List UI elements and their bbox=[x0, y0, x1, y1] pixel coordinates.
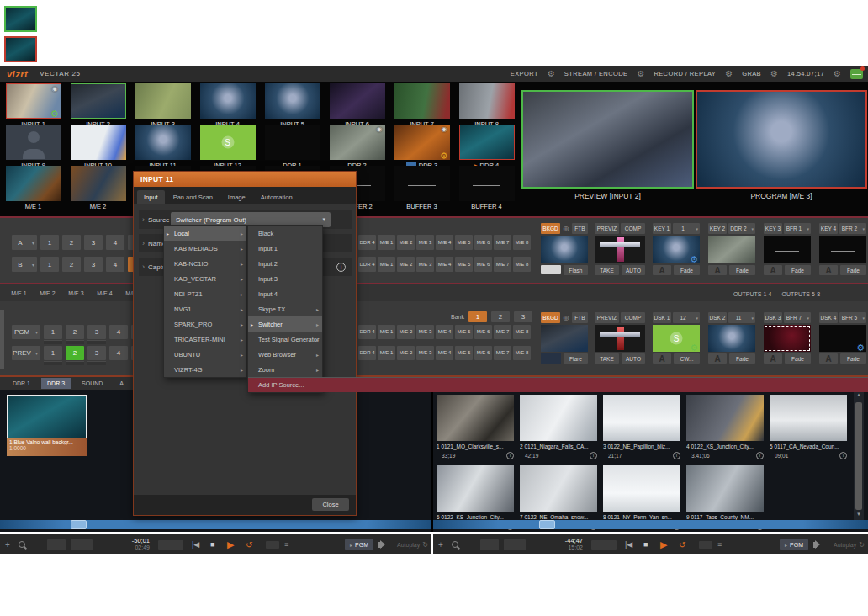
source-button[interactable]: M/E 1 bbox=[378, 257, 395, 272]
record-settings-gear-icon[interactable]: ⚙ bbox=[725, 70, 733, 78]
dsk-button[interactable]: DSK 1 bbox=[653, 312, 671, 323]
source-button[interactable]: M/E 1 bbox=[378, 346, 395, 360]
stop-button[interactable]: ■ bbox=[643, 534, 648, 555]
source-button[interactable]: 3 bbox=[84, 257, 103, 272]
pgm-output-button[interactable]: ▸PGM bbox=[345, 539, 373, 550]
dsk-transition-button[interactable]: CW... bbox=[674, 353, 700, 364]
autoplay-toggle[interactable]: Autoplay↻ bbox=[397, 534, 428, 555]
key-transition-button[interactable]: Fade bbox=[785, 265, 811, 275]
source-monitor[interactable]: INPUT 8 bbox=[454, 83, 519, 129]
me-tab[interactable]: M/E 3 bbox=[64, 288, 88, 298]
source-monitor[interactable]: INPUT 9 bbox=[1, 125, 66, 170]
dsk-source-dropdown[interactable]: 11 bbox=[728, 312, 755, 323]
source-button[interactable]: M/E 2 bbox=[397, 257, 415, 272]
disabled-button[interactable] bbox=[504, 539, 526, 550]
record-replay-menu[interactable]: RECORD / REPLAY bbox=[654, 70, 716, 77]
key-source-dropdown[interactable]: 1 bbox=[673, 223, 700, 234]
dsk-button[interactable]: DSK 3 bbox=[764, 312, 782, 323]
key-preset-button[interactable]: A bbox=[653, 265, 671, 275]
source-monitor[interactable]: M/E 2 bbox=[66, 166, 130, 211]
disabled-button[interactable] bbox=[480, 539, 499, 550]
source-monitor[interactable]: INPUT 6 bbox=[325, 83, 389, 129]
source-button[interactable]: M/E 5 bbox=[455, 346, 473, 360]
stream-settings-gear-icon[interactable]: ⚙ bbox=[637, 70, 644, 78]
row-b-source-dropdown[interactable]: B bbox=[12, 257, 37, 272]
play-button[interactable]: ▶ bbox=[660, 534, 667, 555]
eye-icon[interactable]: ◎ bbox=[562, 312, 570, 323]
disabled-button[interactable] bbox=[47, 539, 66, 550]
loop-button[interactable]: ↺ bbox=[246, 534, 252, 555]
menu-item[interactable]: Input 4 bbox=[248, 286, 322, 301]
speaker-icon[interactable] bbox=[813, 534, 822, 555]
source-monitor[interactable]: BUFFER 3 bbox=[389, 166, 454, 211]
source-button[interactable]: 2 bbox=[66, 325, 84, 339]
preview-monitor[interactable] bbox=[521, 90, 694, 189]
menu-item[interactable]: NVG1 bbox=[164, 301, 246, 316]
previous-clip-button[interactable]: |◀ bbox=[625, 534, 632, 555]
pgm-row-dropdown[interactable]: PGM bbox=[12, 325, 40, 339]
source-button[interactable]: M/E 3 bbox=[416, 257, 434, 272]
source-button[interactable]: M/E 4 bbox=[436, 257, 453, 272]
source-button[interactable]: M/E 7 bbox=[494, 325, 511, 339]
grab-settings-gear-icon[interactable]: ⚙ bbox=[770, 70, 778, 78]
key-button[interactable]: KEY 1 bbox=[653, 223, 671, 234]
menu-item[interactable]: SPARK_PRO bbox=[164, 316, 246, 332]
playlist-icon[interactable]: ≡ bbox=[284, 534, 288, 555]
key-source-dropdown[interactable]: DDR 2 bbox=[728, 223, 755, 234]
key-transition-button[interactable]: Fade bbox=[840, 265, 866, 275]
dialog-tab[interactable]: Automation bbox=[254, 190, 299, 204]
bin-tab[interactable]: DDR 1 bbox=[7, 378, 36, 389]
source-button[interactable]: M/E 6 bbox=[474, 346, 492, 360]
dialog-tab[interactable]: Input bbox=[137, 190, 165, 204]
prev-row-dropdown[interactable]: PREV bbox=[12, 346, 40, 360]
source-button[interactable]: 1 bbox=[44, 346, 62, 360]
source-button[interactable]: M/E 4 bbox=[436, 346, 453, 360]
media-clip[interactable]: 4 0122_KS_Junction_City... 3.41;06 T bbox=[686, 395, 764, 459]
menu-item[interactable]: Switcher bbox=[248, 316, 322, 332]
source-button[interactable]: M/E 8 bbox=[513, 346, 531, 360]
source-button[interactable]: M/E 8 bbox=[513, 325, 531, 339]
ftb-button[interactable]: FTB bbox=[572, 312, 588, 323]
menu-item[interactable]: Skype TX bbox=[248, 301, 322, 316]
scroll-up-icon[interactable]: ▲ bbox=[854, 392, 864, 401]
dialog-tab[interactable]: Pan and Scan bbox=[167, 190, 220, 204]
export-settings-gear-icon[interactable]: ⚙ bbox=[548, 70, 555, 78]
close-button[interactable]: Close bbox=[312, 498, 349, 511]
dsk-preset-button[interactable]: A bbox=[708, 353, 727, 364]
dialog-tab[interactable]: Image bbox=[221, 190, 252, 204]
source-monitor[interactable]: INPUT 11 bbox=[130, 125, 195, 170]
transition-tbar[interactable] bbox=[595, 325, 645, 352]
source-button[interactable]: M/E 3 bbox=[416, 235, 434, 250]
source-button[interactable]: 2 bbox=[66, 346, 84, 360]
take-button[interactable]: TAKE bbox=[595, 265, 619, 275]
source-button[interactable]: 3 bbox=[87, 346, 106, 360]
play-button[interactable]: ▶ bbox=[227, 534, 234, 555]
ftb-button[interactable]: FTB bbox=[572, 223, 588, 234]
source-button[interactable]: M/E 8 bbox=[513, 235, 531, 250]
source-button[interactable]: M/E 6 bbox=[474, 325, 492, 339]
menu-item[interactable]: Black bbox=[248, 226, 322, 241]
source-button[interactable]: M/E 1 bbox=[378, 325, 395, 339]
source-monitor[interactable]: M/E 1 bbox=[1, 166, 66, 211]
transition-mini-thumb[interactable] bbox=[541, 353, 561, 364]
bin-tab[interactable]: SOUND bbox=[76, 378, 108, 389]
menu-item[interactable]: Input 1 bbox=[248, 241, 322, 256]
info-icon[interactable]: i bbox=[336, 263, 346, 272]
key-transition-button[interactable]: Fade bbox=[674, 265, 700, 275]
me-tab[interactable]: M/E 1 bbox=[7, 288, 31, 298]
source-button[interactable]: DDR 4 bbox=[358, 257, 376, 272]
menu-item[interactable]: Local bbox=[164, 226, 246, 241]
source-monitor[interactable]: DDR 2 bbox=[325, 125, 389, 170]
source-button[interactable]: 1 bbox=[40, 257, 59, 272]
stream-encode-menu[interactable]: STREAM / ENCODE bbox=[564, 70, 628, 77]
source-button[interactable]: 3 bbox=[84, 235, 103, 250]
right-scrubber-bar[interactable] bbox=[433, 520, 868, 529]
previz-button[interactable]: PREVIZ bbox=[595, 312, 619, 323]
bank-button[interactable]: 1 bbox=[468, 311, 487, 322]
dsk-preset-button[interactable]: A bbox=[819, 353, 838, 364]
zoom-clip-icon[interactable] bbox=[19, 534, 25, 555]
source-button[interactable]: M/E 7 bbox=[494, 257, 511, 272]
key-source-dropdown[interactable]: BFR 1 bbox=[784, 223, 811, 234]
add-clip-icon[interactable]: + bbox=[5, 534, 10, 555]
dsk-transition-button[interactable]: Fade bbox=[840, 353, 866, 364]
